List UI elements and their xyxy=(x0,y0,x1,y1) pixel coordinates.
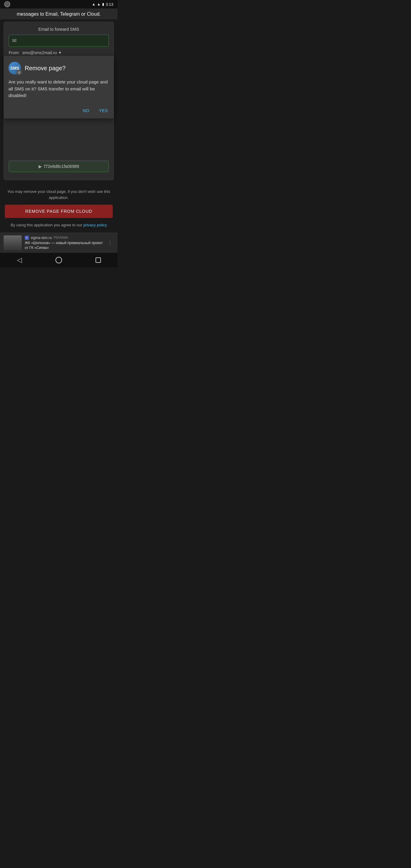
gear-icon: ⚙ xyxy=(16,70,22,75)
share-icon: ▶ xyxy=(38,164,42,169)
back-button[interactable]: ◁ xyxy=(17,256,22,264)
bottom-section: You may remove your cloud page, if you d… xyxy=(0,186,118,230)
wifi-icon: ▲ xyxy=(92,2,96,6)
nav-bar: ◁ xyxy=(0,253,118,267)
home-button[interactable] xyxy=(56,257,62,264)
remove-description: You may remove your cloud page, if you d… xyxy=(5,189,113,200)
dialog-title: Remove page? xyxy=(25,65,66,72)
main-content: Email to forward SMS ✉ From: sms@sms2mai… xyxy=(0,19,118,186)
ad-image-inner xyxy=(4,236,22,250)
email-icon: ✉ xyxy=(12,37,17,44)
status-bar: ▲ ▲ ▮ 3:13 xyxy=(0,0,118,8)
dialog-actions: NO YES xyxy=(8,105,109,115)
dialog-app-icon: SMS ⚙ xyxy=(8,62,21,74)
page-header: messages to Email, Telegram or Cloud. xyxy=(0,8,118,19)
privacy-policy-link[interactable]: privacy policy xyxy=(84,223,107,227)
battery-icon: ▮ xyxy=(102,2,104,6)
ad-content: S sigma-don.ru РЕКЛАМА ЖК «Шолохов» — но… xyxy=(25,236,103,250)
signal-icon: ▲ xyxy=(97,2,101,6)
ad-title: ЖК «Шолохов» — новый премиальный проект … xyxy=(25,241,103,250)
email-input-row[interactable]: ✉ xyxy=(9,35,109,47)
dialog-yes-button[interactable]: YES xyxy=(98,106,109,115)
dropdown-arrow-icon: ▼ xyxy=(58,51,62,55)
share-button[interactable]: ▶ f72e8d8c1fa06989 xyxy=(9,161,109,172)
status-right: ▲ ▲ ▮ 3:13 xyxy=(92,2,113,7)
remove-page-dialog: SMS ⚙ Remove page? Are you really want t… xyxy=(4,56,114,119)
from-dropdown[interactable]: sms@sms2mail.ru ▼ xyxy=(22,50,62,55)
ad-header: S sigma-don.ru РЕКЛАМА xyxy=(25,236,103,240)
privacy-link-section: By using this application you agree to o… xyxy=(5,223,113,227)
ad-badge: РЕКЛАМА xyxy=(54,236,68,239)
cloud-storage-card: My SMS cloud storage link: 👤 https://sms… xyxy=(4,80,114,180)
privacy-text: By using this application you agree to o… xyxy=(10,223,83,227)
remove-page-button[interactable]: REMOVE PAGE FROM CLOUD xyxy=(5,205,113,218)
email-section-label: Email to forward SMS xyxy=(9,27,109,32)
dialog-header: SMS ⚙ Remove page? xyxy=(8,62,109,74)
status-time: 3:13 xyxy=(106,2,113,7)
ad-site-icon: S xyxy=(25,236,29,240)
dialog-body: Are you really want to delete your cloud… xyxy=(8,79,109,99)
page-header-text: messages to Email, Telegram or Cloud. xyxy=(17,11,101,17)
share-btn-text: f72e8d8c1fa06989 xyxy=(44,164,79,169)
dialog-no-button[interactable]: NO xyxy=(81,106,90,115)
from-row: From: sms@sms2mail.ru ▼ xyxy=(9,50,109,55)
from-value: sms@sms2mail.ru xyxy=(22,50,57,55)
from-label: From: xyxy=(9,50,20,55)
status-icon xyxy=(4,1,10,7)
ad-banner[interactable]: S sigma-don.ru РЕКЛАМА ЖК «Шолохов» — но… xyxy=(0,233,118,253)
ad-menu-icon[interactable]: ⋮ xyxy=(106,239,114,247)
ad-image xyxy=(4,236,22,250)
recents-button[interactable] xyxy=(96,257,101,263)
ad-site-name: sigma-don.ru xyxy=(31,236,52,240)
